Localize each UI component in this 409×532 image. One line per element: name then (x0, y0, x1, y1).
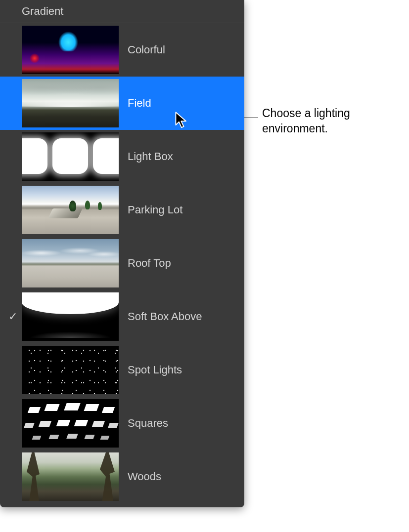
environment-dropdown: Gradient Colorful Field Light Box Parkin… (0, 0, 244, 507)
menu-header-label: Gradient (22, 5, 63, 17)
checkmark-icon: ✓ (4, 310, 22, 323)
menu-item-woods[interactable]: Woods (0, 450, 244, 503)
thumbnail-roof-top (22, 239, 119, 287)
menu-item-squares[interactable]: Squares (0, 397, 244, 450)
menu-item-label: Colorful (128, 43, 165, 56)
thumbnail-parking-lot (22, 186, 119, 234)
menu-item-roof-top[interactable]: Roof Top (0, 237, 244, 290)
menu-item-label: Spot Lights (128, 364, 182, 376)
menu-item-label: Soft Box Above (128, 310, 202, 323)
thumbnail-colorful (22, 26, 119, 74)
menu-item-label: Field (128, 97, 151, 110)
menu-item-label: Parking Lot (128, 204, 182, 216)
menu-item-label: Squares (128, 417, 168, 430)
thumbnail-light-box (22, 132, 119, 181)
menu-item-label: Woods (128, 470, 161, 483)
menu-item-field[interactable]: Field (0, 77, 244, 130)
thumbnail-squares (22, 399, 119, 448)
menu-item-label: Light Box (128, 150, 173, 163)
menu-header: Gradient (0, 0, 244, 23)
menu-item-colorful[interactable]: Colorful (0, 23, 244, 77)
annotation-connector (244, 118, 258, 118)
menu-item-soft-box-above[interactable]: ✓ Soft Box Above (0, 290, 244, 343)
thumbnail-spot-lights (22, 346, 119, 394)
thumbnail-soft-box-above (22, 292, 119, 341)
menu-item-spot-lights[interactable]: Spot Lights (0, 343, 244, 397)
menu-item-label: Roof Top (128, 257, 171, 270)
menu-item-parking-lot[interactable]: Parking Lot (0, 183, 244, 237)
thumbnail-woods (22, 452, 119, 501)
thumbnail-field (22, 79, 119, 127)
annotation-text: Choose a lighting environment. (262, 106, 409, 136)
menu-item-light-box[interactable]: Light Box (0, 130, 244, 183)
